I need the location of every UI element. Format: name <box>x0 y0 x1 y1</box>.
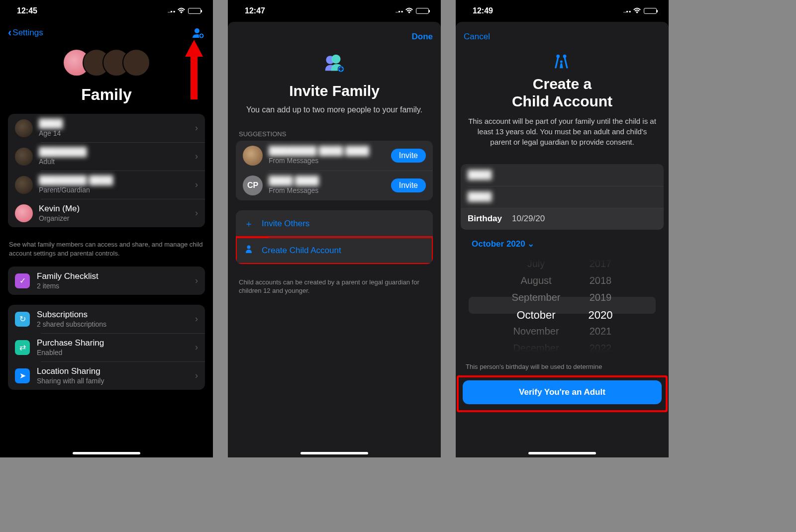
avatar <box>15 119 33 137</box>
date-picker: October 2020 ⌄ JulyAugustSeptemberOctobe… <box>456 230 669 357</box>
screen-family: 12:45 ‹ Settings <box>0 0 213 457</box>
sheet-nav: Done <box>228 25 441 49</box>
child-family-icon <box>467 51 658 73</box>
cancel-button[interactable]: Cancel <box>464 32 490 42</box>
status-bar: 12:47 <box>228 0 441 22</box>
chevron-right-icon: › <box>195 208 198 218</box>
wifi-icon <box>405 7 413 15</box>
chevron-right-icon: › <box>195 342 198 353</box>
service-title: Location Sharing <box>37 366 195 376</box>
location-sharing-icon: ➤ <box>15 368 30 383</box>
member-role: Age 14 <box>39 129 195 137</box>
family-icon <box>243 53 426 77</box>
member-row[interactable]: ████████ ████ Parent/Guardian › <box>8 171 205 199</box>
svg-rect-4 <box>200 35 203 36</box>
battery-icon <box>188 8 201 14</box>
chevron-right-icon: › <box>195 370 198 381</box>
birthday-note: This person's birthday will be used to d… <box>456 357 669 376</box>
invite-others-row[interactable]: ＋ Invite Others <box>236 210 433 237</box>
year-wheel[interactable]: 2017201820192020202120222023 <box>588 258 612 353</box>
status-time: 12:45 <box>17 6 37 15</box>
checklist-sub: 2 items <box>37 282 195 290</box>
back-button[interactable]: ‹ Settings <box>8 26 43 39</box>
verify-highlight: Verify You're an Adult <box>458 376 667 411</box>
status-time: 12:47 <box>245 6 265 15</box>
subscriptions-row[interactable]: ↻ Subscriptions 2 shared subscriptions › <box>8 305 205 333</box>
last-name-field[interactable]: ████ <box>461 186 664 208</box>
svg-point-11 <box>247 246 251 249</box>
chevron-left-icon: ‹ <box>8 26 11 39</box>
month-wheel[interactable]: JulyAugustSeptemberOctoberNovemberDecemb… <box>512 258 561 353</box>
birthday-field[interactable]: Birthday 10/29/20 <box>461 208 664 230</box>
member-name: ████████ ████ <box>39 176 195 185</box>
done-button[interactable]: Done <box>412 32 433 42</box>
suggestions-header: SUGGESTIONS <box>228 125 441 141</box>
home-indicator[interactable] <box>73 452 140 454</box>
svg-point-0 <box>195 28 199 33</box>
date-wheel[interactable]: JulyAugustSeptemberOctoberNovemberDecemb… <box>469 258 656 353</box>
member-role: Organizer <box>39 214 195 222</box>
add-person-button[interactable] <box>191 26 205 40</box>
create-child-label: Create Child Account <box>262 246 341 256</box>
verify-adult-button[interactable]: Verify You're an Adult <box>463 380 662 404</box>
cell-signal-icon <box>168 6 175 15</box>
member-name: ████ <box>39 119 195 129</box>
svg-rect-10 <box>339 69 343 70</box>
create-title: Create a Child Account <box>467 76 658 110</box>
chevron-right-icon: › <box>195 179 198 190</box>
checklist-section: ✓ Family Checklist 2 items › <box>8 266 205 295</box>
home-indicator[interactable] <box>528 452 596 454</box>
create-child-account-row[interactable]: Create Child Account <box>236 237 433 264</box>
subscriptions-icon: ↻ <box>15 312 30 327</box>
members-list: ████ Age 14 › ████████ Adult › ████████ … <box>8 114 205 227</box>
checklist-icon: ✓ <box>15 273 30 288</box>
month-selector[interactable]: October 2020 ⌄ <box>466 235 659 253</box>
suggestion-name: ████ ████ <box>269 176 391 186</box>
create-desc: This account will be part of your family… <box>467 116 658 147</box>
service-sub: 2 shared subscriptions <box>37 320 195 328</box>
cell-signal-icon <box>623 6 630 15</box>
member-name: Kevin (Me) <box>39 204 195 214</box>
member-name: ████████ <box>39 147 195 157</box>
first-name-field[interactable]: ████ <box>461 164 664 186</box>
suggestion-source: From Messages <box>269 186 391 194</box>
suggestion-row: ████████ ████ ████ From Messages Invite <box>236 141 433 171</box>
member-row[interactable]: ████ Age 14 › <box>8 114 205 142</box>
suggestion-row: CP ████ ████ From Messages Invite <box>236 171 433 200</box>
service-title: Subscriptions <box>37 310 195 320</box>
avatar <box>243 146 263 166</box>
page-title: Family <box>0 86 213 104</box>
nav-bar: ‹ Settings <box>0 22 213 44</box>
suggestion-name: ████████ ████ ████ <box>269 146 391 156</box>
services-section: ↻ Subscriptions 2 shared subscriptions ›… <box>8 305 205 390</box>
suggestion-source: From Messages <box>269 157 391 165</box>
member-role: Parent/Guardian <box>39 186 195 194</box>
invite-button[interactable]: Invite <box>391 178 426 192</box>
invite-hero: Invite Family You can add up to two more… <box>228 49 441 125</box>
create-child-hero: Create a Child Account This account will… <box>456 49 669 156</box>
service-title: Purchase Sharing <box>37 338 195 348</box>
purchase-sharing-row[interactable]: ⇄ Purchase Sharing Enabled › <box>8 333 205 361</box>
svg-point-6 <box>331 55 340 64</box>
checklist-row[interactable]: ✓ Family Checklist 2 items › <box>8 266 205 295</box>
birthday-value: 10/29/20 <box>512 214 545 224</box>
avatar-initials: CP <box>243 176 263 195</box>
member-role: Adult <box>39 158 195 166</box>
status-indicators <box>623 6 657 15</box>
chevron-right-icon: › <box>195 123 198 133</box>
avatar <box>15 204 33 222</box>
battery-icon <box>644 8 657 14</box>
invite-button[interactable]: Invite <box>391 149 426 163</box>
invite-sheet: Done Invite Family You can add up to two… <box>228 22 441 457</box>
suggestions-list: ████████ ████ ████ From Messages Invite … <box>236 141 433 200</box>
member-row[interactable]: ████████ Adult › <box>8 142 205 171</box>
location-sharing-row[interactable]: ➤ Location Sharing Sharing with all fami… <box>8 361 205 390</box>
birthday-label: Birthday <box>468 214 502 224</box>
avatars-row <box>0 49 213 77</box>
svg-point-13 <box>563 55 567 58</box>
avatar <box>15 176 33 194</box>
back-label: Settings <box>12 28 43 38</box>
member-row[interactable]: Kevin (Me) Organizer › <box>8 199 205 227</box>
screen-create-child: 12:49 Cancel <box>456 0 669 457</box>
home-indicator[interactable] <box>300 452 368 454</box>
